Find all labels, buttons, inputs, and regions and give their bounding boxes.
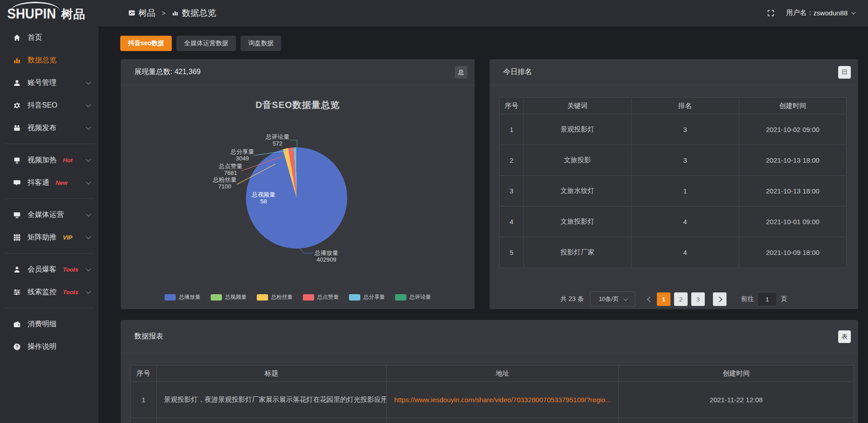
- table-cell: 投影灯厂家: [524, 237, 631, 268]
- sidebar-item-1[interactable]: 数据总览: [0, 49, 99, 71]
- app-square-icon: [128, 9, 135, 16]
- goto-suffix: 页: [781, 295, 787, 303]
- column-header: 创建时间: [739, 98, 846, 114]
- sidebar-item-label: 抖客通: [28, 178, 49, 188]
- help-icon: ?: [13, 343, 21, 351]
- breadcrumb-item-home[interactable]: 树品: [128, 7, 156, 19]
- video-link[interactable]: https://www.iesdouyin.com/share/video/70…: [394, 396, 611, 404]
- column-header: 序号: [500, 98, 524, 114]
- sidebar-item-3[interactable]: 抖音SEO: [0, 94, 99, 117]
- sidebar-item-label: 账号管理: [28, 78, 57, 88]
- app-logo: SHUPIN 树品: [0, 0, 99, 26]
- table-cell: [618, 418, 854, 423]
- sidebar-item-0[interactable]: 首页: [0, 26, 99, 49]
- day-toggle-button[interactable]: 日: [838, 66, 851, 79]
- breadcrumb-separator: >: [162, 9, 165, 17]
- legend-swatch: [211, 294, 222, 301]
- sidebar-item-label: 数据总览: [28, 56, 57, 65]
- chevron-down-icon: [86, 289, 91, 294]
- legend-item-5[interactable]: 总评论量: [395, 293, 431, 301]
- page-button-2[interactable]: 2: [674, 292, 688, 306]
- sidebar-item-11[interactable]: 消费明细: [0, 313, 99, 335]
- data-tabs: 抖音seo数据全媒体运营数据询盘数据: [120, 36, 286, 51]
- user-menu[interactable]: 用户名： zswodun88: [786, 9, 854, 17]
- table-row: 1景观投影灯，夜游景观投影灯厂家展示展示落花灯在花园里的灯光投影应用效果 #ht…: [131, 382, 854, 418]
- sidebar-item-badge: New: [56, 179, 68, 186]
- legend-label: 总播放量: [179, 293, 201, 301]
- table-cell: 2021-10-02 09:00: [739, 114, 846, 145]
- grid-icon: [13, 234, 21, 241]
- page-size-select[interactable]: 10条/页: [590, 291, 635, 307]
- legend-item-0[interactable]: 总播放量: [165, 293, 201, 301]
- sidebar-item-label: 操作说明: [28, 342, 57, 352]
- legend-swatch: [395, 294, 406, 301]
- column-header: 标题: [156, 366, 387, 382]
- legend-item-4[interactable]: 总分享量: [349, 293, 385, 301]
- sidebar-divider: [5, 308, 94, 308]
- table-row: 5投影灯厂家42021-10-09 18:00: [500, 237, 847, 268]
- breadcrumb-item-current[interactable]: 数据总览: [172, 7, 216, 19]
- page-numbers: 123: [657, 292, 708, 306]
- sidebar-item-label: 矩阵助推: [28, 233, 57, 242]
- pie-label-fans: 总粉丝量7100: [203, 176, 246, 190]
- table-cell: 2021-10-13 18:00: [739, 145, 846, 176]
- ranking-table: 序号关键词排名创建时间 1景观投影灯32021-10-02 09:002文旅投影…: [499, 97, 847, 268]
- legend-swatch: [303, 294, 314, 301]
- ranking-table-body: 1景观投影灯32021-10-02 09:002文旅投影32021-10-13 …: [500, 114, 847, 268]
- sidebar-item-9[interactable]: 会员爆客Tools: [0, 258, 99, 281]
- tab-1[interactable]: 全媒体运营数据: [176, 36, 236, 51]
- tab-0[interactable]: 抖音seo数据: [120, 36, 172, 51]
- goto-page-input[interactable]: [757, 292, 777, 306]
- column-header: 创建时间: [618, 366, 854, 382]
- bar-chart-icon: [172, 9, 179, 16]
- gear-icon: [13, 102, 21, 109]
- report-table-body: 1景观投影灯，夜游景观投影灯厂家展示展示落花灯在花园里的灯光投影应用效果 #ht…: [131, 382, 854, 423]
- sidebar-item-badge: Tools: [63, 289, 78, 296]
- sidebar-item-6[interactable]: 抖客通New: [0, 171, 99, 194]
- sidebar-item-4[interactable]: 视频发布: [0, 117, 99, 139]
- legend-item-2[interactable]: 总粉丝量: [257, 293, 293, 301]
- screen-icon: [13, 156, 21, 164]
- table-cell: 文旅水纹灯: [524, 176, 631, 207]
- pagination: 共 23 条 10条/页 123 前往 页: [490, 291, 858, 307]
- sidebar-item-12[interactable]: ?操作说明: [0, 335, 99, 358]
- chevron-down-icon: [851, 10, 856, 14]
- legend-item-1[interactable]: 总视频量: [211, 293, 247, 301]
- table-cell: [131, 418, 157, 423]
- pie-label-shares: 总分享量3049: [221, 148, 264, 162]
- pie-label-videos: 总视频量58: [242, 191, 285, 205]
- next-page-button[interactable]: [713, 292, 726, 306]
- report-table: 序号标题地址创建时间 1景观投影灯，夜游景观投影灯厂家展示展示落花灯在花园里的灯…: [130, 365, 854, 423]
- column-header: 关键词: [524, 98, 631, 114]
- table-row: [131, 418, 854, 423]
- ranking-panel-header: 今日排名 日: [490, 59, 858, 85]
- table-cell: 1: [131, 382, 157, 418]
- video-camera-icon: [13, 124, 21, 132]
- sidebar-item-7[interactable]: 全媒体运营: [0, 203, 99, 226]
- table-toggle-button[interactable]: 表: [838, 330, 851, 343]
- total-toggle-button[interactable]: 总: [455, 66, 467, 79]
- logo-text-en: SHUPIN: [7, 6, 56, 22]
- sidebar-item-label: 会员爆客: [28, 265, 57, 274]
- fullscreen-icon[interactable]: [767, 9, 774, 17]
- wallet-icon: [13, 320, 21, 328]
- page-button-3[interactable]: 3: [691, 292, 705, 306]
- main-content: 抖音seo数据全媒体运营数据询盘数据 展现量总数: 421,369 总 D音SE…: [99, 26, 868, 423]
- table-cell: 1: [500, 114, 524, 145]
- report-table-head: 序号标题地址创建时间: [131, 366, 854, 382]
- page-button-1[interactable]: 1: [657, 292, 670, 306]
- sidebar-item-2[interactable]: 账号管理: [0, 71, 99, 94]
- sidebar-item-8[interactable]: 矩阵助推VIP: [0, 226, 99, 249]
- chart-title: D音SEO数据量总览: [121, 99, 475, 111]
- sidebar-item-5[interactable]: 视频加热Hot: [0, 149, 99, 171]
- legend-item-3[interactable]: 总点赞量: [303, 293, 339, 301]
- sidebar-item-10[interactable]: 线索监控Tools: [0, 281, 99, 303]
- legend-label: 总分享量: [363, 293, 385, 301]
- pie-label-plays: 总播放量402909: [305, 249, 348, 263]
- sidebar-divider: [5, 253, 94, 254]
- column-header: 序号: [131, 366, 157, 382]
- tab-2[interactable]: 询盘数据: [241, 36, 281, 51]
- legend-swatch: [257, 294, 268, 301]
- logo-text-cn: 树品: [61, 6, 85, 22]
- prev-page-button[interactable]: [646, 296, 652, 302]
